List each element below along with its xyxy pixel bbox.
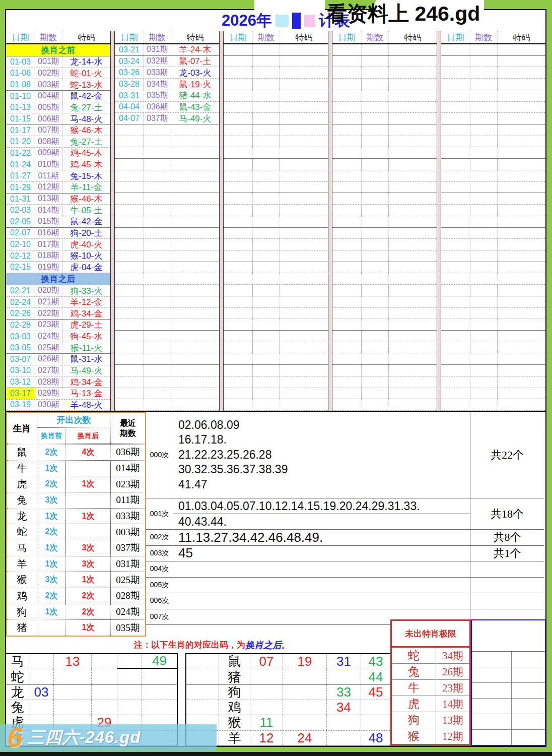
draw-date: 02-12 (6, 250, 35, 262)
recent-period: 003期 (111, 524, 145, 540)
draw-row-empty (441, 285, 545, 296)
recent-period: 035期 (111, 620, 145, 636)
draw-date (115, 331, 144, 342)
draw-row-empty (332, 296, 437, 308)
draw-row-empty (441, 79, 545, 90)
number-cell (117, 700, 142, 715)
draw-row-empty (441, 228, 545, 239)
draw-row-empty (441, 388, 545, 400)
zodiac-label: 羊 (219, 731, 250, 745)
zodiac-label: 兔 (392, 664, 436, 679)
draw-row (115, 124, 219, 136)
draw-row: 03-24 032期 鼠-07-土 (115, 56, 219, 68)
draw-row-empty (441, 113, 545, 124)
draw-date (115, 273, 144, 284)
draw-row-empty (441, 90, 545, 102)
draw-code: 羊-24-木 (171, 44, 219, 55)
draw-row-empty (332, 79, 437, 90)
count-before: 2次 (37, 445, 66, 460)
zodiac-label: 马 (6, 654, 29, 669)
draw-period: 001期 (35, 56, 62, 68)
draw-row: 02-05 015期 鼠-42-金 (6, 216, 110, 228)
draw-row: 03-07 026期 鼠-31-水 (6, 354, 110, 365)
number-cell: 33 (327, 685, 361, 700)
zodiac-label: 鼠 (219, 654, 250, 669)
recent-period: 025期 (111, 572, 145, 588)
draw-period: 035期 (144, 90, 171, 101)
draw-row-empty (224, 56, 328, 68)
draw-period (144, 147, 171, 158)
draw-date (115, 319, 144, 330)
draw-row-empty (441, 342, 545, 354)
zodiac-stats-row: 狗 1次 2次 024期 (7, 604, 145, 620)
draw-row (115, 147, 219, 159)
count-after (66, 461, 111, 476)
draw-row-empty (441, 239, 545, 250)
draw-row-empty (332, 353, 437, 365)
draw-row (115, 193, 219, 205)
frequency-label: 001次 (146, 498, 173, 529)
draw-row (115, 250, 219, 262)
draw-period: 030期 (35, 400, 62, 411)
count-after (66, 524, 111, 540)
zodiac-stats-table: 生肖 开出次数 换肖前 换肖后 最近期数 鼠 2次 4次 036期 牛 1次 (6, 412, 146, 637)
draw-date (115, 182, 144, 193)
draw-date (115, 342, 144, 353)
draw-code: 羊-48-火 (62, 400, 110, 411)
draw-code (171, 170, 219, 181)
draw-code: 鼠-19-火 (171, 79, 219, 90)
zodiac-stats-row: 鸡 2次 2次 028期 (7, 588, 145, 604)
zodiac-stats-header: 生肖 开出次数 换肖前 换肖后 最近期数 (7, 413, 145, 444)
draw-period (144, 216, 171, 227)
recent-period: 023期 (111, 476, 145, 492)
draw-date: 03-10 (6, 365, 35, 376)
limit-row: 猴 12期 (392, 728, 469, 744)
number-cell (142, 685, 177, 700)
draw-row (115, 296, 219, 308)
count-after: 1次 (66, 509, 111, 524)
draw-row-empty (441, 147, 545, 159)
number-cell (327, 715, 361, 730)
draw-row-empty (332, 182, 437, 194)
draw-date (115, 170, 144, 181)
draw-row: 02-15 019期 虎-04-金 (6, 262, 110, 274)
zodiac-label: 狗 (7, 604, 37, 620)
header-date: 日期 (441, 31, 470, 43)
draw-code (171, 239, 219, 250)
draw-period (144, 170, 171, 181)
draw-row-empty (441, 296, 545, 308)
number-cell (327, 669, 361, 684)
header-period: 期数 (253, 31, 280, 43)
limit-row: 蛇 34期 (392, 648, 469, 664)
zodiac-stats-row: 羊 1次 3次 031期 (7, 556, 145, 572)
page-title-year: 2026年 (222, 10, 272, 31)
draw-period: 016期 (35, 228, 62, 239)
draw-row-empty (441, 376, 545, 388)
watermark-text: 三四六-246.gd (28, 726, 141, 749)
draw-row-empty (332, 250, 437, 262)
count-before: 2次 (37, 524, 66, 540)
draw-code (171, 182, 219, 193)
draw-row-empty (332, 262, 437, 274)
draw-period (144, 273, 171, 284)
header-zodiac: 生肖 (7, 413, 37, 444)
draw-code (171, 147, 219, 158)
table-header: 日期 期数 特码 (224, 31, 328, 44)
draw-row-empty (332, 216, 437, 228)
draw-row-empty (224, 228, 328, 239)
number-cell (117, 654, 142, 669)
empty-grid (472, 652, 545, 745)
draw-row-empty (332, 365, 437, 376)
draw-code: 龙-03-火 (171, 67, 219, 78)
draw-date: 01-08 (6, 79, 35, 90)
draw-row-empty (224, 353, 328, 365)
draw-period: 023期 (35, 320, 62, 331)
draw-row: 03-05 025期 猴-11-火 (6, 342, 110, 354)
draw-date: 01-06 (6, 68, 35, 79)
draw-period: 008期 (35, 136, 62, 147)
frequency-row: 005次 (146, 578, 544, 594)
draw-group-1: 日期 期数 特码 换肖之前 01-03 001期 龙-14-水 01-06 00… (6, 31, 110, 411)
draw-code (171, 285, 219, 296)
draw-code (171, 136, 219, 147)
header-date: 日期 (224, 31, 253, 43)
